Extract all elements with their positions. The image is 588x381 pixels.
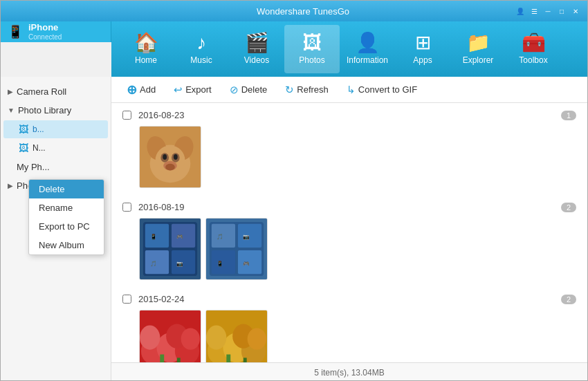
export-label: Export xyxy=(185,84,212,95)
nav-apps[interactable]: ⊞ Apps xyxy=(395,25,450,73)
status-bar: 5 item(s), 13.04MB xyxy=(111,362,587,381)
svg-text:📷: 📷 xyxy=(176,260,183,267)
window-controls[interactable]: 👤 ☰ ─ □ ✕ xyxy=(515,6,580,16)
nav-videos-label: Videos xyxy=(244,55,269,65)
svg-rect-16 xyxy=(172,250,195,274)
context-new-album[interactable]: New Album xyxy=(29,236,104,254)
add-button[interactable]: ⊕ Add xyxy=(120,80,163,100)
svg-text:📱: 📱 xyxy=(150,233,157,240)
date-count-0: 1 xyxy=(561,111,576,120)
sidebar-camera-roll[interactable]: ▶ Camera Roll xyxy=(1,82,111,101)
my-photos-label: My Ph... xyxy=(17,162,50,172)
device-status: Connected xyxy=(28,33,62,41)
convert-to-gif-button[interactable]: ↳ Convert to GIF xyxy=(340,81,424,99)
iphone-icon: 📱 xyxy=(8,24,23,39)
main-layout: ▶ Camera Roll ▼ Photo Library 🖼 b... Del… xyxy=(1,77,587,381)
date-section-2: 2015-02-24 2 xyxy=(122,294,576,362)
information-icon: 👤 xyxy=(356,33,380,53)
svg-point-10 xyxy=(165,164,175,171)
sidebar-album-n[interactable]: 🖼 N... xyxy=(3,139,108,157)
date-label-0: 2016-08-23 xyxy=(138,110,561,120)
camera-roll-label: Camera Roll xyxy=(17,86,66,97)
nav-videos[interactable]: 🎬 Videos xyxy=(229,25,284,73)
svg-rect-38 xyxy=(160,355,164,362)
photo-phone2[interactable]: 🎵 📷 📱 🎮 xyxy=(205,218,268,280)
date-checkbox-1[interactable] xyxy=(122,203,131,212)
photos-grid-1: 📱 🎮 🎵 📷 xyxy=(122,218,576,280)
nav-photos-label: Photos xyxy=(299,55,324,65)
sidebar-album-b[interactable]: 🖼 b... xyxy=(3,120,108,138)
user-icon[interactable]: 👤 xyxy=(515,6,525,16)
svg-rect-13 xyxy=(145,224,169,248)
svg-rect-26 xyxy=(238,250,261,274)
nav-home-label: Home xyxy=(135,55,157,65)
album-b-icon: 🖼 xyxy=(19,124,28,135)
device-header: 📱 iPhone Connected xyxy=(1,21,111,42)
sidebar: ▶ Camera Roll ▼ Photo Library 🖼 b... Del… xyxy=(1,77,111,381)
nav-music-label: Music xyxy=(190,55,212,65)
photo-flower2[interactable] xyxy=(205,310,268,362)
delete-button[interactable]: ⊘ Delete xyxy=(223,81,275,99)
photos-grid-0 xyxy=(122,126,576,188)
context-rename[interactable]: Rename xyxy=(29,198,104,217)
svg-rect-47 xyxy=(226,355,230,362)
add-icon: ⊕ xyxy=(127,82,137,97)
nav-toolbox[interactable]: 🧰 Toolbox xyxy=(506,25,561,73)
date-checkbox-0[interactable] xyxy=(122,111,131,120)
toolbox-icon: 🧰 xyxy=(522,33,546,53)
nav-photos[interactable]: 🖼 Photos xyxy=(284,25,340,73)
svg-point-46 xyxy=(248,328,266,349)
photo-shared-arrow: ▶ xyxy=(8,182,13,189)
svg-point-8 xyxy=(174,154,178,160)
export-button[interactable]: ↩ Export xyxy=(167,81,219,99)
flower2-svg xyxy=(206,310,267,362)
add-label: Add xyxy=(140,84,156,95)
delete-icon: ⊘ xyxy=(230,84,239,96)
phone2-svg: 🎵 📷 📱 🎮 xyxy=(206,218,267,280)
svg-point-44 xyxy=(206,326,226,350)
menu-icon[interactable]: ☰ xyxy=(529,6,539,16)
date-row-1: 2016-08-19 2 xyxy=(122,202,576,212)
svg-rect-25 xyxy=(212,250,235,274)
photo-dog[interactable] xyxy=(139,126,201,188)
nav-explorer[interactable]: 📁 Explorer xyxy=(450,25,506,73)
camera-roll-arrow: ▶ xyxy=(8,88,13,95)
photos-grid-2 xyxy=(122,310,576,362)
photo-phone1[interactable]: 📱 🎮 🎵 📷 xyxy=(139,218,201,280)
date-section-0: 2016-08-23 1 xyxy=(122,110,576,188)
maximize-button[interactable]: □ xyxy=(557,6,567,16)
photos-area: 2016-08-23 1 xyxy=(111,103,587,362)
svg-text:🎵: 🎵 xyxy=(150,260,157,267)
svg-text:📱: 📱 xyxy=(217,260,223,267)
svg-point-35 xyxy=(140,326,160,350)
svg-text:📷: 📷 xyxy=(243,233,250,240)
context-delete[interactable]: Delete xyxy=(29,180,104,198)
nav-information[interactable]: 👤 Information xyxy=(340,25,395,73)
home-icon: 🏠 xyxy=(134,33,158,53)
sidebar-my-photos[interactable]: ▶ My Ph... xyxy=(1,158,111,176)
date-checkbox-2[interactable] xyxy=(122,295,131,304)
minimize-button[interactable]: ─ xyxy=(543,6,553,16)
convert-label: Convert to GIF xyxy=(358,84,417,95)
content-area: ⊕ Add ↩ Export ⊘ Delete ↻ Refresh ↳ Conv… xyxy=(111,77,587,381)
nav-information-label: Information xyxy=(347,55,388,65)
refresh-button[interactable]: ↻ Refresh xyxy=(278,81,336,99)
photo-library-arrow: ▼ xyxy=(8,106,15,114)
sidebar-photo-library[interactable]: ▼ Photo Library xyxy=(1,101,111,120)
album-n-label: N... xyxy=(33,143,46,153)
close-button[interactable]: ✕ xyxy=(571,6,580,16)
videos-icon: 🎬 xyxy=(245,33,269,53)
date-label-2: 2015-02-24 xyxy=(138,294,561,304)
svg-rect-24 xyxy=(238,224,261,248)
date-section-1: 2016-08-19 2 📱 🎮 xyxy=(122,202,576,280)
date-row-0: 2016-08-23 1 xyxy=(122,110,576,120)
phone1-svg: 📱 🎮 🎵 📷 xyxy=(140,218,201,280)
svg-text:🎮: 🎮 xyxy=(243,260,250,267)
context-export-to-pc[interactable]: Export to PC xyxy=(29,217,104,236)
nav-home[interactable]: 🏠 Home xyxy=(118,25,174,73)
nav-music[interactable]: ♪ Music xyxy=(174,25,229,73)
nav-toolbox-label: Toolbox xyxy=(519,55,547,65)
convert-icon: ↳ xyxy=(347,84,356,96)
export-icon: ↩ xyxy=(174,84,183,96)
photo-flower1[interactable] xyxy=(139,310,201,362)
